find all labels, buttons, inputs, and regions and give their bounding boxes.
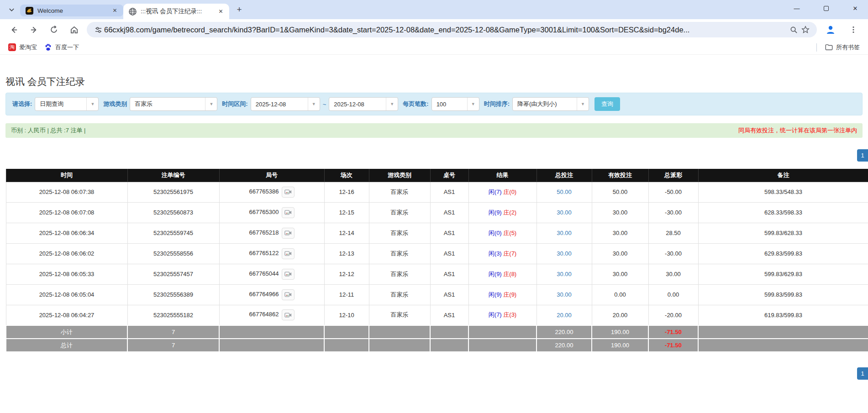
date-range-label: 时间区间:	[222, 100, 247, 108]
foot-total-bet: 220.00	[537, 325, 592, 339]
browser-menu-icon[interactable]	[846, 22, 861, 37]
per-page-label: 每页笔数:	[403, 100, 428, 108]
cell-result: 闲(7) 庄(0)	[468, 182, 537, 202]
bookmark-label: 百度一下	[55, 43, 79, 52]
same-round-note-text: 同局有效投注，统一计算在该局第一张注单内	[738, 126, 857, 135]
pagination-page-1-top[interactable]: 1	[857, 149, 868, 162]
grand-total-row: 总计 7 220.00 190.00 -71.50	[6, 339, 868, 352]
url-text[interactable]: 66cxkj98.com/game/betrecord_search/kind3…	[104, 26, 788, 34]
cell-game: 百家乐	[369, 305, 430, 325]
cell-bet-id: 523025559745	[127, 223, 219, 243]
video-replay-icon[interactable]	[282, 207, 295, 218]
per-page-select[interactable]: 100 ▼	[431, 97, 479, 111]
chevron-down-icon: ▼	[577, 98, 589, 110]
maximize-button[interactable]	[817, 1, 835, 15]
back-icon[interactable]	[6, 22, 21, 37]
close-window-button[interactable]: ✕	[846, 1, 864, 15]
cell-note: 599.83/599.83	[698, 284, 868, 305]
cell-session: 12-12	[324, 264, 369, 284]
game-category-select[interactable]: 百家乐 ▼	[130, 97, 217, 111]
cell-table-no: AS1	[430, 284, 468, 305]
cell-total-bet[interactable]: 30.00	[537, 264, 592, 284]
summary-bar: 币别 : 人民币 | 总共 :7 注单 | 同局有效投注，统一计算在该局第一张注…	[5, 123, 863, 138]
cell-total-bet[interactable]: 30.00	[537, 202, 592, 223]
cell-payout: -20.00	[648, 305, 698, 325]
bet-records-table: 时间注单编号局号场次游戏类别桌号结果总投注有效投注总派彩备注 2025-12-0…	[5, 169, 868, 352]
cell-total-bet[interactable]: 30.00	[537, 243, 592, 264]
address-bar[interactable]: 66cxkj98.com/game/betrecord_search/kind3…	[87, 22, 817, 37]
bookmark-taobao[interactable]: 淘 爱淘宝	[5, 42, 41, 53]
cell-round: 667765218	[219, 223, 324, 243]
tab-close-icon[interactable]: ✕	[111, 7, 119, 15]
video-replay-icon[interactable]	[282, 289, 295, 300]
cell-table-no: AS1	[430, 202, 468, 223]
welcome-favicon-icon	[26, 7, 33, 15]
cell-result: 闲(9) 庄(8)	[468, 264, 537, 284]
foot-payout: -71.50	[648, 339, 698, 352]
cell-game: 百家乐	[369, 223, 430, 243]
date-end-select[interactable]: 2025-12-08 ▼	[329, 97, 398, 111]
video-replay-icon[interactable]	[282, 269, 295, 280]
column-header: 场次	[324, 169, 369, 182]
video-replay-icon[interactable]	[282, 309, 295, 320]
bookmarks-divider	[816, 43, 817, 52]
taobao-icon: 淘	[8, 43, 16, 51]
tab-search-chevron-icon[interactable]	[5, 3, 18, 16]
video-replay-icon[interactable]	[282, 248, 295, 259]
sort-select[interactable]: 降幂(由大到小) ▼	[512, 97, 589, 111]
home-icon[interactable]	[66, 22, 82, 37]
column-header: 总投注	[537, 169, 592, 182]
minimize-button[interactable]: —	[788, 1, 806, 15]
cell-valid-bet: 30.00	[592, 243, 648, 264]
cell-game: 百家乐	[369, 182, 430, 202]
foot-valid-bet: 190.00	[592, 339, 648, 352]
cell-time: 2025-12-08 06:04:27	[6, 305, 127, 325]
video-replay-icon[interactable]	[282, 228, 295, 239]
cell-result: 闲(9) 庄(9)	[468, 284, 537, 305]
cell-total-bet[interactable]: 30.00	[537, 223, 592, 243]
foot-valid-bet: 190.00	[592, 325, 648, 339]
cell-valid-bet: 0.00	[592, 284, 648, 305]
column-header: 桌号	[430, 169, 468, 182]
bookmark-star-icon[interactable]	[800, 24, 811, 36]
site-settings-icon[interactable]	[92, 24, 104, 36]
cell-valid-bet: 50.00	[592, 182, 648, 202]
bookmark-baidu[interactable]: 百度一下	[41, 42, 83, 53]
bookmarks-bar: 淘 爱淘宝 百度一下 所有书签	[0, 40, 868, 55]
forward-icon[interactable]	[26, 22, 42, 37]
cell-total-bet[interactable]: 30.00	[537, 284, 592, 305]
date-start-select[interactable]: 2025-12-08 ▼	[251, 97, 320, 111]
sort-label: 时间排序:	[484, 100, 510, 108]
cell-time: 2025-12-08 06:06:02	[6, 243, 127, 264]
pagination-page-1-bottom[interactable]: 1	[857, 367, 868, 380]
cell-note: 599.83/628.33	[698, 223, 868, 243]
chevron-down-icon: ▼	[205, 98, 217, 110]
cell-bet-id: 523025561975	[127, 182, 219, 202]
cell-total-bet[interactable]: 20.00	[537, 305, 592, 325]
cell-game: 百家乐	[369, 202, 430, 223]
profile-avatar[interactable]	[823, 22, 838, 37]
query-type-select[interactable]: 日期查询 ▼	[35, 97, 99, 111]
cell-result: 闲(9) 庄(2)	[468, 202, 537, 223]
search-button[interactable]: 查询	[594, 97, 620, 111]
cell-session: 12-16	[324, 182, 369, 202]
cell-table-no: AS1	[430, 243, 468, 264]
reload-icon[interactable]	[46, 22, 62, 37]
cell-note: 599.83/629.83	[698, 264, 868, 284]
cell-time: 2025-12-08 06:07:38	[6, 182, 127, 202]
video-replay-icon[interactable]	[282, 187, 295, 198]
all-bookmarks-button[interactable]: 所有书签	[821, 42, 863, 53]
cell-valid-bet: 30.00	[592, 264, 648, 284]
new-tab-button[interactable]: +	[233, 3, 246, 16]
cell-time: 2025-12-08 06:07:08	[6, 202, 127, 223]
tab-welcome[interactable]: Welcome ✕	[20, 5, 123, 16]
cell-round: 667765044	[219, 264, 324, 284]
cell-payout: -30.00	[648, 202, 698, 223]
zoom-icon[interactable]	[788, 24, 800, 36]
table-row: 2025-12-08 06:06:02 523025558556 6677651…	[6, 243, 868, 264]
table-row: 2025-12-08 06:05:33 523025557457 6677650…	[6, 264, 868, 284]
cell-round: 667765300	[219, 202, 324, 223]
tab-close-icon[interactable]: ✕	[217, 8, 225, 16]
tab-betrecord[interactable]: :::视讯 会员下注纪录::: ✕	[123, 4, 229, 19]
cell-total-bet[interactable]: 50.00	[537, 182, 592, 202]
